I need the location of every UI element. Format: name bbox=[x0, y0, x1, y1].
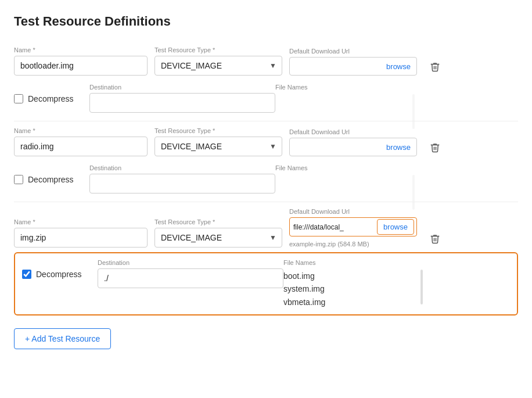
resource-row-2: Name * Test Resource Type * DEVICE_IMAGE… bbox=[14, 121, 518, 161]
decompress-label-2[interactable]: Decompress bbox=[28, 175, 74, 184]
type-select-wrapper-1: DEVICE_IMAGEDEVICE_SCRIPTPACKAGE ▼ bbox=[154, 56, 282, 76]
destination-input-1[interactable] bbox=[89, 93, 275, 113]
browse-button-1[interactable]: browse bbox=[380, 59, 416, 74]
destination-group-3: Destination bbox=[98, 259, 283, 288]
type-label-2: Test Resource Type * bbox=[154, 127, 282, 134]
url-input-row-3: browse bbox=[289, 217, 417, 236]
decompress-row-3: Decompress Destination File Namesboot.im… bbox=[14, 252, 518, 315]
url-hint-3: example-img.zip (584.8 MB) bbox=[289, 241, 417, 248]
type-group-2: Test Resource Type * DEVICE_IMAGEDEVICE_… bbox=[154, 127, 282, 156]
resource-block-2: Name * Test Resource Type * DEVICE_IMAGE… bbox=[14, 121, 518, 199]
name-label-1: Name * bbox=[14, 46, 148, 53]
type-label-3: Test Resource Type * bbox=[154, 218, 282, 225]
name-label-2: Name * bbox=[14, 127, 148, 134]
decompress-check-2: Decompress bbox=[14, 164, 89, 184]
url-input-1[interactable] bbox=[290, 58, 380, 75]
add-test-resource-button[interactable]: + Add Test Resource bbox=[14, 328, 111, 349]
delete-button-3[interactable] bbox=[426, 231, 444, 246]
browse-button-2[interactable]: browse bbox=[380, 139, 416, 155]
filenames-scrollbar-2 bbox=[412, 175, 415, 210]
filenames-content-3: boot.imgsystem.imgvbmeta.img bbox=[283, 268, 423, 309]
destination-input-3[interactable] bbox=[98, 268, 283, 288]
url-label-3: Default Download Url bbox=[289, 208, 417, 215]
page-title: Test Resource Definitions bbox=[14, 14, 518, 29]
filenames-content-1 bbox=[275, 93, 415, 94]
decompress-checkbox-1[interactable] bbox=[14, 94, 23, 103]
url-label-1: Default Download Url bbox=[289, 48, 417, 55]
destination-label-2: Destination bbox=[89, 164, 275, 171]
delete-button-2[interactable] bbox=[426, 140, 444, 155]
name-group-1: Name * bbox=[14, 46, 148, 76]
filenames-label-3: File Names bbox=[283, 259, 423, 266]
destination-group-1: Destination bbox=[89, 84, 275, 113]
decompress-label-3[interactable]: Decompress bbox=[36, 270, 82, 279]
name-input-2[interactable] bbox=[14, 137, 148, 156]
name-group-2: Name * bbox=[14, 127, 148, 156]
type-group-1: Test Resource Type * DEVICE_IMAGEDEVICE_… bbox=[154, 46, 282, 76]
type-select-1[interactable]: DEVICE_IMAGEDEVICE_SCRIPTPACKAGE bbox=[154, 56, 282, 76]
filenames-group-1: File Names bbox=[275, 84, 415, 94]
filenames-scrollbar-1 bbox=[412, 94, 415, 129]
filenames-label-2: File Names bbox=[275, 164, 415, 171]
type-select-2[interactable]: DEVICE_IMAGEDEVICE_SCRIPTPACKAGE bbox=[154, 137, 282, 156]
name-input-3[interactable] bbox=[14, 228, 148, 248]
destination-label-3: Destination bbox=[98, 259, 283, 266]
destination-group-2: Destination bbox=[89, 164, 275, 193]
name-group-3: Name * bbox=[14, 218, 148, 248]
delete-button-1[interactable] bbox=[426, 59, 444, 74]
url-input-3[interactable] bbox=[290, 218, 377, 236]
decompress-check-1: Decompress bbox=[14, 84, 89, 103]
resources-container: Name * Test Resource Type * DEVICE_IMAGE… bbox=[14, 41, 518, 315]
resource-block-3: Name * Test Resource Type * DEVICE_IMAGE… bbox=[14, 202, 518, 315]
filenames-content-2 bbox=[275, 174, 415, 175]
type-select-wrapper-3: DEVICE_IMAGEDEVICE_SCRIPTPACKAGE ▼ bbox=[154, 228, 282, 248]
filenames-group-2: File Names bbox=[275, 164, 415, 175]
filenames-label-1: File Names bbox=[275, 84, 415, 91]
destination-input-2[interactable] bbox=[89, 174, 275, 193]
url-group-2: Default Download Url browse bbox=[289, 128, 417, 156]
decompress-label-1[interactable]: Decompress bbox=[28, 94, 74, 103]
type-group-3: Test Resource Type * DEVICE_IMAGEDEVICE_… bbox=[154, 218, 282, 248]
type-select-3[interactable]: DEVICE_IMAGEDEVICE_SCRIPTPACKAGE bbox=[154, 228, 282, 248]
url-group-1: Default Download Url browse bbox=[289, 48, 417, 76]
filenames-group-3: File Namesboot.imgsystem.imgvbmeta.img bbox=[283, 259, 423, 309]
url-input-row-1: browse bbox=[289, 57, 417, 76]
decompress-row-2: Decompress Destination File Names bbox=[14, 161, 518, 199]
name-label-3: Name * bbox=[14, 218, 148, 225]
decompress-row-1: Decompress Destination File Names bbox=[14, 80, 518, 119]
url-group-3: Default Download Url browse example-img.… bbox=[289, 208, 417, 248]
browse-button-3[interactable]: browse bbox=[377, 219, 414, 235]
name-input-1[interactable] bbox=[14, 56, 148, 76]
resource-row-3: Name * Test Resource Type * DEVICE_IMAGE… bbox=[14, 202, 518, 252]
decompress-checkbox-3[interactable] bbox=[22, 270, 31, 279]
decompress-checkbox-2[interactable] bbox=[14, 175, 23, 184]
type-label-1: Test Resource Type * bbox=[154, 46, 282, 53]
url-input-row-2: browse bbox=[289, 138, 417, 156]
resource-row-1: Name * Test Resource Type * DEVICE_IMAGE… bbox=[14, 41, 518, 80]
decompress-check-3: Decompress bbox=[22, 259, 98, 279]
url-label-2: Default Download Url bbox=[289, 128, 417, 135]
url-input-2[interactable] bbox=[290, 138, 380, 156]
destination-label-1: Destination bbox=[89, 84, 275, 91]
type-select-wrapper-2: DEVICE_IMAGEDEVICE_SCRIPTPACKAGE ▼ bbox=[154, 137, 282, 156]
filenames-scrollbar-3[interactable] bbox=[420, 270, 423, 304]
resource-block-1: Name * Test Resource Type * DEVICE_IMAGE… bbox=[14, 41, 518, 119]
